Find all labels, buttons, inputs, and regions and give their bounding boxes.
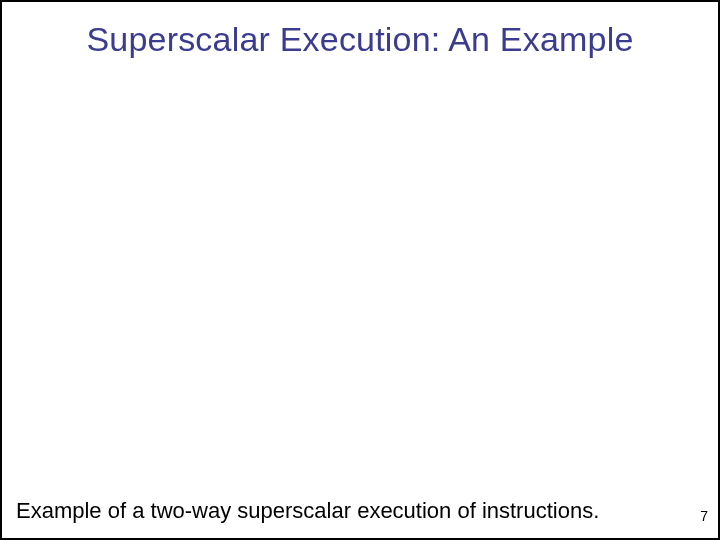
page-number: 7 [700, 508, 708, 524]
slide-caption: Example of a two-way superscalar executi… [16, 498, 599, 524]
slide-title: Superscalar Execution: An Example [2, 20, 718, 59]
slide-frame: Superscalar Execution: An Example Exampl… [0, 0, 720, 540]
